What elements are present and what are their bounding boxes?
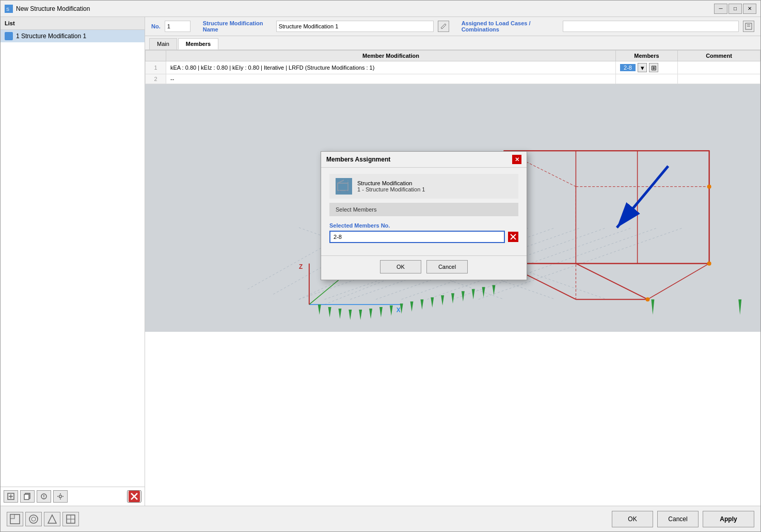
- comment-cell: [678, 61, 760, 74]
- members-value: 2-8: [620, 64, 636, 71]
- modal-structure-sub: 1 - Structure Modification 1: [357, 186, 425, 192]
- settings-button[interactable]: [53, 490, 68, 503]
- svg-point-85: [29, 515, 38, 523]
- apply-button[interactable]: Apply: [703, 511, 754, 527]
- name-label: Structure Modification Name: [203, 20, 272, 33]
- name-group: Structure Modification Name: [203, 20, 449, 33]
- modal-cancel-button[interactable]: Cancel: [426, 260, 468, 273]
- clear-members-button[interactable]: [508, 232, 518, 242]
- selected-members-label: Selected Members No.: [329, 222, 518, 229]
- left-panel: List 1 Structure Modification 1: [1, 17, 145, 506]
- modal-subsection: Select Members: [329, 203, 518, 216]
- app-icon: S: [5, 5, 13, 13]
- delete-button[interactable]: [127, 490, 141, 503]
- bottom-right-buttons: OK Cancel Apply: [612, 511, 754, 527]
- selected-members-input-row: [329, 231, 518, 243]
- left-panel-footer: [1, 487, 145, 506]
- col-modification: Member Modification: [166, 51, 616, 61]
- structure-icon: [336, 178, 352, 195]
- list-item-label: 1 Structure Modification 1: [16, 33, 86, 40]
- col-no: [146, 51, 166, 61]
- list-header: List: [1, 17, 145, 30]
- assigned-input[interactable]: [563, 21, 739, 32]
- modal-body: Structure Modification 1 - Structure Mod…: [321, 168, 527, 255]
- modal-title-bar: Members Assignment ✕: [321, 152, 527, 168]
- modal-footer: OK Cancel: [321, 255, 527, 280]
- name-input[interactable]: [276, 21, 434, 32]
- maximize-button[interactable]: □: [728, 4, 742, 14]
- title-bar: S New Structure Modification ─ □ ✕: [1, 1, 760, 17]
- item-icon: [5, 32, 13, 40]
- data-table: Member Modification Members Comment: [145, 50, 760, 84]
- title-bar-left: S New Structure Modification: [5, 5, 90, 13]
- members-dropdown-button[interactable]: ▾: [638, 63, 647, 72]
- assigned-label: Assigned to Load Cases / Combinations: [462, 20, 559, 33]
- bottom-left-tools: [7, 512, 79, 526]
- members-value-group: 2-8 ▾ ⊞: [620, 63, 673, 72]
- window-title: New Structure Modification: [16, 5, 90, 12]
- tab-bar: Main Members: [145, 36, 760, 50]
- tab-members[interactable]: Members: [178, 38, 218, 50]
- canvas-area: Z X: [145, 84, 760, 332]
- name-edit-button[interactable]: [438, 21, 449, 32]
- modal-overlay: Members Assignment ✕ Structure Modifica: [145, 84, 760, 332]
- main-content: List 1 Structure Modification 1: [1, 17, 760, 506]
- copy-button[interactable]: [20, 490, 35, 503]
- table-area: Member Modification Members Comment: [145, 50, 760, 506]
- right-panel: No. Structure Modification Name Assigned…: [145, 17, 760, 506]
- tab-main[interactable]: Main: [149, 38, 177, 50]
- modification-cell: kEA : 0.80 | kEIz : 0.80 | kEIy : 0.80 |…: [166, 61, 616, 74]
- svg-point-10: [59, 495, 62, 498]
- members-cell-empty: [616, 74, 678, 84]
- row-num: 2: [146, 74, 166, 84]
- main-window: S New Structure Modification ─ □ ✕ List …: [0, 0, 761, 532]
- modal-title: Members Assignment: [326, 156, 390, 163]
- bottom-toolbar: OK Cancel Apply: [1, 506, 760, 531]
- col-members: Members: [616, 51, 678, 61]
- view-button-4[interactable]: [62, 512, 79, 526]
- list-item[interactable]: 1 Structure Modification 1: [1, 30, 145, 42]
- properties-button[interactable]: [37, 490, 51, 503]
- close-button[interactable]: ✕: [743, 4, 756, 14]
- svg-point-9: [43, 497, 44, 498]
- view-button-2[interactable]: [25, 512, 42, 526]
- form-header: No. Structure Modification Name Assigned…: [145, 17, 760, 36]
- modal-section: Structure Modification 1 - Structure Mod…: [329, 174, 518, 199]
- members-cell: 2-8 ▾ ⊞: [616, 61, 678, 74]
- svg-rect-6: [24, 494, 29, 499]
- modification-cell: --: [166, 74, 616, 84]
- no-input[interactable]: [165, 21, 191, 32]
- item-list: 1 Structure Modification 1: [1, 30, 145, 487]
- no-label: No.: [151, 23, 161, 29]
- view-button-3[interactable]: [44, 512, 60, 526]
- members-action-button[interactable]: ⊞: [649, 63, 658, 72]
- svg-text:S: S: [6, 7, 9, 12]
- assigned-group: Assigned to Load Cases / Combinations: [462, 20, 754, 33]
- comment-cell: [678, 74, 760, 84]
- cancel-button[interactable]: Cancel: [657, 511, 699, 527]
- modal-ok-button[interactable]: OK: [380, 260, 421, 273]
- minimize-button[interactable]: ─: [714, 4, 727, 14]
- col-comment: Comment: [678, 51, 760, 61]
- table-row: 2 --: [146, 74, 760, 84]
- assigned-edit-button[interactable]: [743, 21, 754, 32]
- selected-members-input[interactable]: [329, 231, 505, 243]
- view-button-1[interactable]: [7, 512, 23, 526]
- table-row: 1 kEA : 0.80 | kEIz : 0.80 | kEIy : 0.80…: [146, 61, 760, 74]
- row-num: 1: [146, 61, 166, 74]
- ok-button[interactable]: OK: [612, 511, 653, 527]
- title-bar-controls: ─ □ ✕: [714, 4, 756, 14]
- svg-rect-78: [338, 183, 348, 190]
- selected-members-section: Selected Members No.: [329, 222, 518, 243]
- members-assignment-modal: Members Assignment ✕ Structure Modifica: [321, 151, 527, 280]
- new-button[interactable]: [4, 490, 18, 503]
- no-group: No.: [151, 21, 191, 32]
- modal-close-button[interactable]: ✕: [512, 155, 521, 164]
- modal-structure-label: Structure Modification: [357, 180, 425, 186]
- svg-line-14: [445, 24, 446, 25]
- select-members-label: Select Members: [336, 206, 376, 213]
- svg-point-86: [31, 517, 36, 521]
- modal-section-labels: Structure Modification 1 - Structure Mod…: [357, 180, 425, 192]
- svg-rect-84: [10, 514, 14, 519]
